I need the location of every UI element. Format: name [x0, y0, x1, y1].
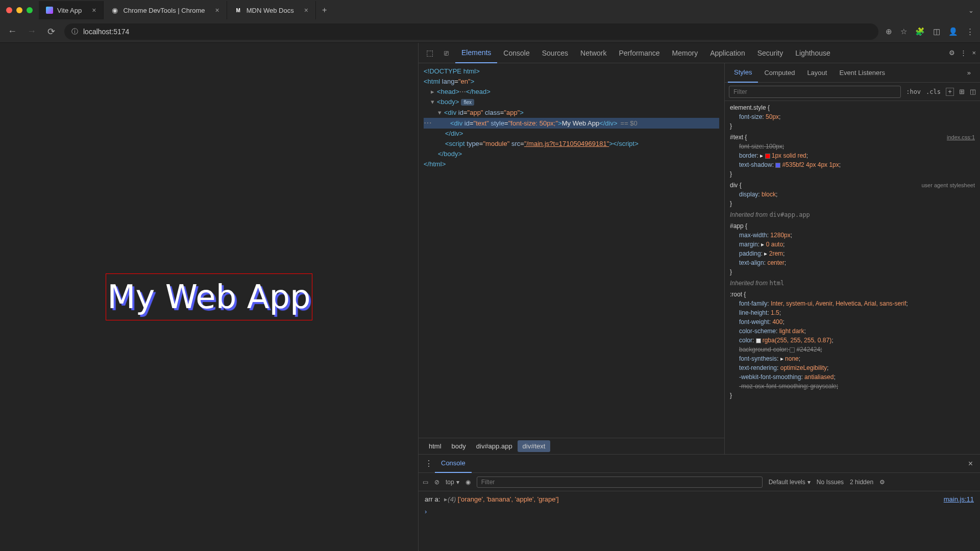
traffic-lights: [6, 7, 33, 13]
styles-tab-layout[interactable]: Layout: [801, 63, 833, 83]
console-prompt[interactable]: ›: [425, 507, 974, 517]
layout-toggle-icon[interactable]: ◫: [970, 88, 976, 95]
tab-mdn[interactable]: M MDN Web Docs ×: [227, 1, 316, 19]
forward-button[interactable]: →: [26, 26, 38, 37]
styles-filter-input[interactable]: [729, 86, 901, 98]
extensions-icon[interactable]: 🧩: [915, 27, 925, 36]
styles-tab-event-listeners[interactable]: Event Listeners: [833, 63, 891, 83]
console-log-line[interactable]: arr a: ▸ (4) ['orange', 'banana', 'apple…: [425, 494, 974, 505]
styles-panel: StylesComputedLayoutEvent Listeners» :ho…: [725, 63, 980, 454]
site-info-icon[interactable]: ⓘ: [71, 27, 78, 36]
devtools-tab-memory[interactable]: Memory: [666, 43, 704, 63]
devtools-tab-network[interactable]: Network: [574, 43, 612, 63]
devtools-tab-elements[interactable]: Elements: [455, 43, 497, 63]
console-output[interactable]: arr a: ▸ (4) ['orange', 'banana', 'apple…: [419, 491, 980, 551]
devtools-tab-sources[interactable]: Sources: [536, 43, 574, 63]
tab-title: Vite App: [57, 7, 82, 14]
styles-tab-styles[interactable]: Styles: [728, 63, 758, 83]
styles-tabs: StylesComputedLayoutEvent Listeners»: [725, 63, 980, 83]
toolbar: ← → ⟳ ⓘ localhost:5174 ⊕ ☆ 🧩 ◫ 👤 ⋮: [0, 20, 980, 43]
rendered-page: My Web App: [0, 43, 419, 551]
devtools-body: <!DOCTYPE html> <html lang="en"> ▸<head>…: [419, 63, 980, 454]
computed-toggle-icon[interactable]: ⊞: [959, 88, 965, 95]
profile-icon[interactable]: 👤: [948, 27, 958, 36]
tab-devtools-docs[interactable]: ◉ Chrome DevTools | Chrome ×: [104, 1, 227, 19]
device-toggle-icon[interactable]: ⎚: [439, 46, 453, 60]
devtools-tab-application[interactable]: Application: [704, 43, 751, 63]
close-drawer-icon[interactable]: ×: [965, 459, 976, 468]
more-tabs-icon[interactable]: »: [961, 63, 977, 83]
address-bar[interactable]: ⓘ localhost:5174: [64, 23, 878, 40]
new-rule-button[interactable]: +: [946, 88, 954, 96]
styles-rules[interactable]: element.style {font-size: 50px;}#text {i…: [725, 101, 980, 454]
maximize-window-button[interactable]: [27, 7, 33, 13]
new-tab-button[interactable]: +: [316, 1, 333, 19]
chevron-down-icon: ▾: [807, 479, 811, 486]
hov-button[interactable]: :hov: [906, 88, 921, 95]
console-tab[interactable]: Console: [435, 455, 472, 473]
tab-title: Chrome DevTools | Chrome: [123, 7, 205, 14]
sidebar-toggle-icon[interactable]: ▭: [423, 479, 428, 486]
tab-title: MDN Web Docs: [247, 7, 294, 14]
more-icon[interactable]: ⋮: [960, 49, 967, 57]
search-icon[interactable]: ⊕: [886, 27, 892, 36]
devtools-tab-console[interactable]: Console: [497, 43, 535, 63]
console-drawer: ⋮ Console × ▭ ⊘ top ▾ ◉ Default levels ▾…: [419, 454, 980, 551]
context-selector[interactable]: top ▾: [446, 479, 459, 486]
devtools-top: ⬚ ⎚ ElementsConsoleSourcesNetworkPerform…: [419, 43, 980, 454]
console-toolbar: ▭ ⊘ top ▾ ◉ Default levels ▾ No Issues 2…: [419, 473, 980, 491]
settings-icon[interactable]: ⚙: [949, 49, 955, 57]
breadcrumb-item[interactable]: div#text: [518, 440, 551, 452]
inspect-icon[interactable]: ⬚: [423, 46, 437, 60]
clear-console-icon[interactable]: ⊘: [434, 479, 439, 486]
vite-favicon-icon: [46, 7, 53, 14]
live-expression-icon[interactable]: ◉: [465, 479, 471, 486]
close-devtools-icon[interactable]: ×: [972, 49, 976, 57]
console-filter-input[interactable]: [477, 477, 763, 488]
bookmark-icon[interactable]: ☆: [900, 27, 907, 36]
url-text: localhost:5174: [83, 28, 129, 36]
dom-tree[interactable]: <!DOCTYPE html> <html lang="en"> ▸<head>…: [419, 63, 724, 438]
tab-vite-app[interactable]: Vite App ×: [39, 1, 104, 19]
close-window-button[interactable]: [6, 7, 12, 13]
dom-breadcrumbs: htmlbodydiv#app.appdiv#text: [419, 438, 724, 454]
toolbar-actions: ⊕ ☆ 🧩 ◫ 👤 ⋮: [886, 27, 974, 36]
app-text[interactable]: My Web App: [106, 273, 312, 320]
close-tab-icon[interactable]: ×: [215, 6, 219, 14]
log-source-link[interactable]: main.js:11: [944, 494, 974, 505]
styles-filter-bar: :hov .cls + ⊞ ◫: [725, 83, 980, 101]
chevron-down-icon: ▾: [456, 479, 459, 486]
browser-tabs: Vite App × ◉ Chrome DevTools | Chrome × …: [39, 1, 965, 19]
devtools: ⬚ ⎚ ElementsConsoleSourcesNetworkPerform…: [419, 43, 980, 551]
breadcrumb-item[interactable]: body: [447, 440, 471, 452]
drawer-tabs: ⋮ Console ×: [419, 455, 980, 473]
content: My Web App ⬚ ⎚ ElementsConsoleSourcesNet…: [0, 43, 980, 551]
chrome-favicon-icon: ◉: [111, 6, 119, 14]
titlebar: Vite App × ◉ Chrome DevTools | Chrome × …: [0, 0, 980, 20]
selected-dom-node[interactable]: ⋯<div id="text" style="font-size: 50px;"…: [424, 118, 719, 129]
devtools-tab-performance[interactable]: Performance: [612, 43, 666, 63]
styles-tab-computed[interactable]: Computed: [758, 63, 801, 83]
cls-button[interactable]: .cls: [926, 88, 941, 95]
console-settings-icon[interactable]: ⚙: [879, 479, 885, 486]
breadcrumb-item[interactable]: html: [424, 440, 447, 452]
elements-panel: <!DOCTYPE html> <html lang="en"> ▸<head>…: [419, 63, 725, 454]
breadcrumb-item[interactable]: div#app.app: [471, 440, 518, 452]
chevron-down-icon[interactable]: ⌄: [968, 7, 974, 14]
back-button[interactable]: ←: [6, 26, 18, 37]
menu-icon[interactable]: ⋮: [966, 27, 974, 36]
reload-button[interactable]: ⟳: [45, 26, 57, 37]
mdn-favicon-icon: M: [234, 6, 242, 14]
devtools-tabs: ⬚ ⎚ ElementsConsoleSourcesNetworkPerform…: [419, 43, 980, 63]
close-tab-icon[interactable]: ×: [304, 6, 308, 14]
hidden-count[interactable]: 2 hidden: [850, 479, 873, 486]
devtools-tab-security[interactable]: Security: [751, 43, 790, 63]
log-levels-selector[interactable]: Default levels ▾: [769, 479, 811, 486]
minimize-window-button[interactable]: [16, 7, 22, 13]
close-tab-icon[interactable]: ×: [92, 6, 96, 14]
sidepanel-icon[interactable]: ◫: [933, 27, 940, 36]
issues-label[interactable]: No Issues: [817, 479, 844, 486]
drawer-menu-icon[interactable]: ⋮: [423, 459, 435, 468]
devtools-tab-lighthouse[interactable]: Lighthouse: [789, 43, 837, 63]
